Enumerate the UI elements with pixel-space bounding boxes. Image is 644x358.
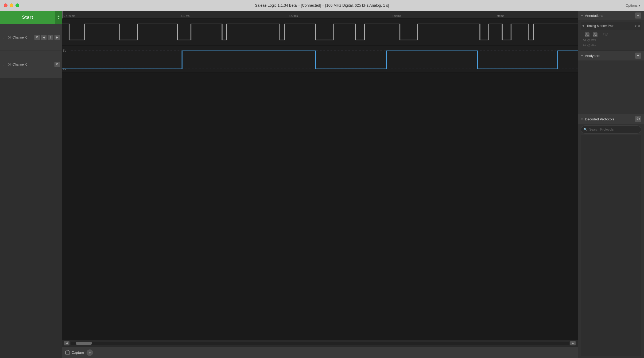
timing-settings-icon[interactable]: ⚙	[638, 24, 640, 28]
channel-panel: Start ⋮⋮ 00 Channel 0 ⚙ ◀ f ▶ ⋮⋮ 00 Chan…	[0, 11, 62, 358]
decoded-protocols-content: 🔍	[578, 124, 644, 358]
digital-waveform-svg	[62, 19, 578, 45]
annotations-chevron-icon[interactable]: ▼	[581, 14, 583, 17]
minimize-button[interactable]	[10, 3, 13, 7]
decoded-protocols-title: Decoded Protocols	[585, 117, 633, 121]
channel-num-analog: 00	[6, 63, 11, 66]
time-start-label: 0 s : 0 ms	[64, 14, 75, 17]
marker-equation-row: | A1 - A2 | = ###	[583, 32, 639, 37]
bottom-toolbar: Capture »	[62, 347, 578, 358]
search-icon: 🔍	[584, 128, 588, 131]
annotations-section: ▼ Annotations + ▼ Timing Marker Pair ▾ ⚙…	[578, 11, 644, 51]
analog-track[interactable]: 5V 0V	[62, 45, 578, 73]
right-panel: ▼ Annotations + ▼ Timing Marker Pair ▾ ⚙…	[578, 11, 644, 358]
capture-icon	[65, 351, 70, 355]
capture-label: Capture	[72, 351, 84, 355]
scroll-left-button[interactable]: ◀	[64, 341, 69, 345]
decoded-protocols-section: ▼ Decoded Protocols ⚙ 🔍	[578, 114, 644, 358]
options-chevron-icon: ▾	[638, 3, 640, 7]
options-menu[interactable]: Options ▾	[626, 3, 640, 7]
channel-label-icon[interactable]: f	[48, 35, 53, 40]
channel-label-digital: Channel 0	[13, 36, 33, 39]
main-layout: Start ⋮⋮ 00 Channel 0 ⚙ ◀ f ▶ ⋮⋮ 00 Chan…	[0, 11, 644, 358]
channel-prev-icon[interactable]: ◀	[41, 35, 47, 40]
marker-dash: -	[591, 32, 592, 37]
arrow-down-icon	[57, 18, 60, 19]
analyzers-content	[578, 60, 644, 114]
time-30ms-label: +30 ms	[392, 14, 401, 17]
start-arrows[interactable]	[55, 11, 62, 24]
search-protocols-input[interactable]	[589, 128, 638, 131]
search-protocols-box[interactable]: 🔍	[581, 125, 641, 134]
arrow-up-icon	[57, 16, 60, 17]
timing-filter-icon[interactable]: ▾	[635, 24, 637, 28]
waveform-tracks: 5V 0V	[62, 19, 578, 339]
annotations-title: Annotations	[585, 14, 633, 18]
annotations-add-button[interactable]: +	[635, 12, 641, 19]
analyzers-title: Analyzers	[585, 54, 633, 58]
analyzers-add-button[interactable]: +	[635, 52, 641, 59]
maximize-button[interactable]	[15, 3, 19, 7]
capture-button[interactable]: Capture	[65, 351, 84, 355]
marker-a1-label: A1 @	[583, 37, 590, 43]
marker-eq-hash: ###	[603, 32, 608, 37]
marker-a2-label: A2 @	[583, 43, 590, 48]
annotations-content: ▼ Timing Marker Pair ▾ ⚙ | A1 - A2 | = #…	[578, 20, 644, 51]
channel-next-icon[interactable]: ▶	[54, 35, 60, 40]
timing-marker-row: ▼ Timing Marker Pair ▾ ⚙	[581, 22, 641, 30]
channel-row-analog: ⋮⋮ 00 Channel 0 ⚙	[0, 51, 62, 78]
channel-label-analog: Channel 0	[13, 63, 53, 66]
analog-settings-icon[interactable]: ⚙	[54, 62, 60, 67]
marker-values: | A1 - A2 | = ### A1 @ ### A2 @ ###	[581, 31, 641, 49]
digital-track[interactable]	[62, 19, 578, 45]
options-label: Options	[626, 3, 638, 7]
waveform-area: 0 s : 0 ms +10 ms +20 ms +30 ms +40 ms 5…	[62, 11, 578, 358]
marker-a2-badge: A2	[593, 32, 598, 37]
decoded-protocols-chevron-icon[interactable]: ▼	[581, 118, 583, 121]
toolbar-expand-button[interactable]: »	[87, 349, 93, 356]
timing-marker-actions: ▾ ⚙	[635, 24, 640, 28]
marker-pipe: |	[583, 32, 584, 37]
decoded-protocols-settings-button[interactable]: ⚙	[635, 116, 641, 122]
annotations-header: ▼ Annotations +	[578, 11, 644, 20]
marker-a1-badge: A1	[585, 32, 589, 37]
channel-row-digital: ⋮⋮ 00 Channel 0 ⚙ ◀ f ▶	[0, 24, 62, 51]
channel-icons-analog: ⚙	[54, 62, 60, 67]
channel-settings-icon[interactable]: ⚙	[34, 35, 40, 40]
marker-eq: | =	[599, 32, 602, 37]
analog-waveform-svg	[62, 45, 578, 73]
marker-a2-row: A2 @ ###	[583, 43, 639, 48]
scroll-area: ◀ ▶	[62, 339, 578, 347]
drag-handle-digital[interactable]: ⋮⋮	[2, 36, 4, 39]
analyzers-header: ▼ Analyzers +	[578, 51, 644, 60]
marker-a2-value: ###	[591, 43, 596, 48]
channel-icons-digital: ⚙ ◀ f ▶	[34, 35, 60, 40]
scrollbar-thumb[interactable]	[76, 342, 92, 345]
start-button[interactable]: Start	[0, 11, 55, 24]
analyzers-section: ▼ Analyzers +	[578, 51, 644, 114]
marker-a1-value: ###	[591, 37, 596, 43]
channel-num-digital: 00	[6, 36, 11, 39]
channel-panel-empty	[0, 78, 62, 358]
scroll-right-button[interactable]: ▶	[570, 341, 576, 345]
titlebar-controls	[4, 3, 19, 7]
decoded-protocols-empty	[581, 135, 641, 356]
time-40ms-label: +40 ms	[495, 14, 504, 17]
titlebar: Saleae Logic 1.1.34 Beta – [Connected] –…	[0, 0, 644, 11]
scrollbar-track	[71, 342, 569, 345]
time-20ms-label: +20 ms	[289, 14, 298, 17]
drag-handle-analog[interactable]: ⋮⋮	[2, 63, 4, 66]
analyzers-chevron-icon[interactable]: ▼	[581, 54, 583, 57]
decoded-protocols-header: ▼ Decoded Protocols ⚙	[578, 114, 644, 124]
marker-a1-row: A1 @ ###	[583, 37, 639, 43]
start-button-row: Start	[0, 11, 62, 24]
time-ruler[interactable]: 0 s : 0 ms +10 ms +20 ms +30 ms +40 ms	[62, 11, 578, 19]
timing-marker-icon: ▼	[582, 24, 585, 28]
time-cursor	[62, 11, 63, 18]
close-button[interactable]	[4, 3, 7, 7]
time-10ms-label: +10 ms	[181, 14, 189, 17]
window-title: Saleae Logic 1.1.34 Beta – [Connected] –…	[255, 3, 389, 7]
timing-marker-label: Timing Marker Pair	[587, 24, 633, 28]
